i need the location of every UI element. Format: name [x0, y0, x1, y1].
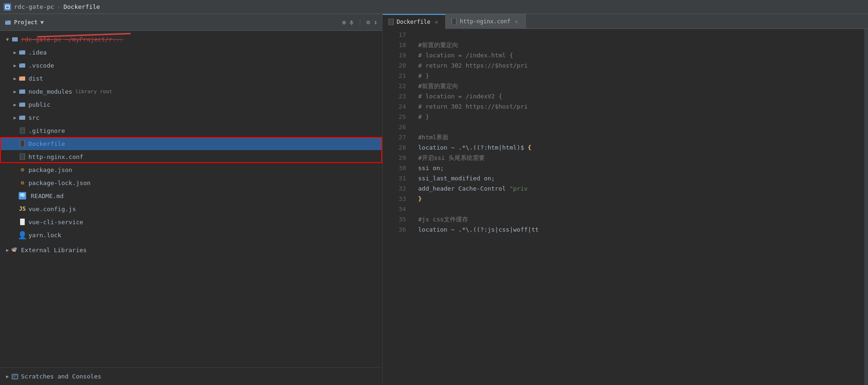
- vuecli-icon: [19, 218, 26, 226]
- pkgjson-icon: ⚙: [19, 166, 26, 173]
- main-layout: Project ▼ ⊕ ≑ | ⚙ ↕ ▼ rdc-gate-: [0, 14, 868, 385]
- tree-readme[interactable]: ▶ MD README.md: [0, 189, 382, 202]
- root-icon: [11, 35, 19, 43]
- tree-package-json[interactable]: ▶ ⚙ package.json: [0, 163, 382, 176]
- code-line-34: [418, 204, 864, 214]
- scratches-section[interactable]: ▶ Scratches and Consoles: [0, 367, 382, 385]
- editor-area: Dockerfile ✕ http-nginx.conf ✕ 17 18 19 …: [383, 14, 868, 385]
- code-line-25: # }: [418, 112, 864, 122]
- tab-dockerfile[interactable]: Dockerfile ✕: [383, 14, 446, 29]
- tree-vue-config[interactable]: ▶ JS vue.config.js: [0, 202, 382, 215]
- idea-label: .idea: [28, 49, 47, 56]
- node-badge: library root: [75, 89, 112, 95]
- vscode-icon: [19, 62, 26, 69]
- sidebar-dropdown-arrow[interactable]: ▼: [41, 19, 44, 26]
- tree-dockerfile[interactable]: ▶ Dockerfile: [0, 137, 382, 150]
- dockerfile-tab-icon: [388, 19, 394, 25]
- tree-http-nginx[interactable]: ▶ http-nginx.conf: [0, 150, 382, 163]
- editor-tabs: Dockerfile ✕ http-nginx.conf ✕: [383, 14, 868, 29]
- code-line-24: # return 302 https://$host/pri: [418, 102, 864, 112]
- svg-rect-13: [20, 153, 25, 160]
- node-label: node_modules: [28, 88, 72, 95]
- root-label: rdc-gate-pc ~/myProject/r...: [21, 36, 123, 43]
- separator: |: [358, 19, 362, 26]
- vueconfig-label: vue.config.js: [28, 206, 76, 213]
- code-line-35: #js css文件缓存: [418, 214, 864, 225]
- tab-dockerfile-label: Dockerfile: [397, 19, 430, 25]
- svg-rect-21: [389, 19, 393, 25]
- code-line-33: }: [418, 194, 864, 204]
- code-line-18: #前置的重定向: [418, 40, 864, 50]
- node-arrow: ▶: [11, 88, 19, 95]
- tree-gitignore[interactable]: ▶ .gitignore: [0, 124, 382, 137]
- app-title: rdc-gate-pc: [14, 3, 54, 10]
- idea-icon: [19, 48, 26, 56]
- tab-dockerfile-close[interactable]: ✕: [433, 19, 440, 25]
- vscode-arrow: ▶: [11, 62, 19, 69]
- tree-package-lock[interactable]: ▶ ⚙ package-lock.json: [0, 176, 382, 189]
- vuecli-label: vue-cli-service: [28, 219, 83, 226]
- scratches-label: Scratches and Consoles: [21, 373, 101, 380]
- public-icon: [19, 101, 26, 108]
- sidebar-header: Project ▼ ⊕ ≑ | ⚙ ↕: [0, 14, 382, 31]
- code-line-19: # location = /index.html {: [418, 50, 864, 61]
- tree-external-libs[interactable]: ▶ External Libraries: [0, 243, 382, 256]
- sidebar-header-icons: ⊕ ≑ | ⚙ ↕: [342, 19, 378, 26]
- nginx-label: http-nginx.conf: [28, 153, 83, 160]
- yarn-icon: 👤: [19, 231, 26, 239]
- line-numbers: 17 18 19 20 21 22 23 24 25 26 27 28 29 3…: [383, 29, 411, 385]
- svg-rect-0: [6, 5, 9, 9]
- title-bar: rdc-gate-pc › Dockerfile: [0, 0, 868, 14]
- public-arrow: ▶: [11, 101, 19, 108]
- tree-node-modules[interactable]: ▶ node_modules library root: [0, 85, 382, 98]
- svg-rect-3: [12, 37, 18, 41]
- code-line-17: [418, 30, 864, 40]
- sidebar-icon-layout[interactable]: ↕: [374, 19, 378, 26]
- dist-arrow: ▶: [11, 75, 19, 82]
- root-arrow: ▼: [4, 35, 11, 43]
- src-icon: [19, 114, 26, 121]
- src-arrow: ▶: [11, 114, 19, 121]
- dist-icon: [19, 75, 26, 82]
- vscode-label: .vscode: [28, 62, 54, 69]
- ext-arrow: ▶: [4, 246, 11, 254]
- tree-src[interactable]: ▶ src: [0, 111, 382, 124]
- tab-http-nginx[interactable]: http-nginx.conf ✕: [446, 14, 525, 29]
- code-line-28: location ~ .*\.((?:htm|html)$ {: [418, 143, 864, 153]
- file-title: Dockerfile: [63, 3, 100, 10]
- tree-idea[interactable]: ▶ .idea: [0, 46, 382, 59]
- editor-content: 17 18 19 20 21 22 23 24 25 26 27 28 29 3…: [383, 29, 868, 385]
- sidebar-project-label: Project: [14, 19, 38, 26]
- code-line-23: # location = /indexV2 {: [418, 91, 864, 102]
- idea-arrow: ▶: [11, 48, 19, 56]
- nginx-icon: [19, 153, 26, 160]
- docker-icon: [19, 140, 26, 147]
- sidebar-icon-gear[interactable]: ⚙: [366, 19, 370, 26]
- pkglock-icon: ⚙: [19, 179, 26, 186]
- tree-dist[interactable]: ▶ dist: [0, 72, 382, 85]
- code-line-20: # return 302 https://$host/pri: [418, 61, 864, 71]
- nginx-tab-icon: [451, 18, 457, 25]
- tree-yarn[interactable]: ▶ 👤 yarn.lock: [0, 228, 382, 241]
- pkgjson-label: package.json: [28, 166, 72, 173]
- tree-public[interactable]: ▶ public: [0, 98, 382, 111]
- pkglock-label: package-lock.json: [28, 179, 91, 186]
- ext-label: External Libraries: [21, 247, 87, 254]
- code-line-36: location ~ .*\.((?:js|css|woff|tt: [418, 225, 864, 235]
- tree-vscode[interactable]: ▶ .vscode: [0, 59, 382, 72]
- tree-root[interactable]: ▼ rdc-gate-pc ~/myProject/r...: [0, 33, 382, 46]
- sidebar-folder-icon: [5, 19, 11, 26]
- sidebar-tree: ▼ rdc-gate-pc ~/myProject/r... ▶ .idea: [0, 31, 382, 367]
- sidebar-icon-sort[interactable]: ≑: [350, 19, 353, 26]
- git-icon: [19, 127, 26, 134]
- tab-nginx-label: http-nginx.conf: [460, 18, 510, 25]
- yarn-label: yarn.lock: [28, 232, 61, 239]
- svg-rect-18: [12, 374, 18, 379]
- tree-vue-cli[interactable]: ▶ vue-cli-service: [0, 215, 382, 228]
- tab-nginx-close[interactable]: ✕: [513, 18, 520, 25]
- node-icon: [19, 88, 26, 95]
- sidebar-icon-globe[interactable]: ⊕: [342, 19, 346, 26]
- readme-label: README.md: [31, 192, 63, 199]
- scrollbar-vertical[interactable]: [864, 29, 868, 385]
- svg-rect-17: [13, 249, 16, 252]
